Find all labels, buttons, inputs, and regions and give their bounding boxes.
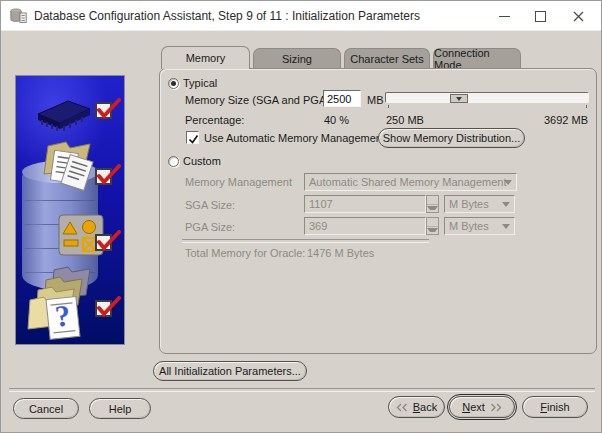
dropdown-value: Automatic Shared Memory Management [309,176,506,188]
show-memory-distribution-button[interactable]: Show Memory Distribution... [378,128,525,148]
finish-button[interactable]: Finish [522,396,588,418]
tab-sizing[interactable]: Sizing [253,48,341,69]
spinner-down-icon [427,206,438,210]
checkmark-icon [187,133,200,146]
button-label: Finish [540,401,569,413]
pga-size-label: PGA Size: [185,221,235,233]
field-value: 1107 [309,198,333,210]
button-label: Show Memory Distribution... [383,132,521,144]
tab-character-sets[interactable]: Character Sets [344,48,430,69]
pga-size-field: 369 [304,217,426,235]
window-title: Database Configuration Assistant, Step 9… [34,9,420,23]
chevron-down-icon [502,202,510,207]
typical-label: Typical [183,77,217,89]
sga-unit-dropdown: M Bytes [444,195,515,213]
slider-min-label: 250 MB [386,114,424,126]
spinner-down-icon [427,228,438,232]
chevron-down-icon [504,180,512,185]
next-button-default-ring: Next [447,394,517,420]
wizard-sidebar-graphic: ? [15,75,125,345]
memory-size-unit: MB [367,94,384,106]
use-amm-checkbox[interactable] [186,131,199,144]
sga-size-field: 1107 [304,195,426,213]
slider-max-label: 3692 MB [544,114,588,126]
button-label: Next [462,401,485,413]
use-amm-label: Use Automatic Memory Management [204,132,385,144]
button-label: Back [413,401,437,413]
cancel-button[interactable]: Cancel [13,398,79,419]
close-icon [573,11,584,22]
step-check-icon [95,296,121,318]
tab-label: Memory [186,52,226,64]
all-initialization-parameters-button[interactable]: All Initialization Parameters... [153,361,307,381]
memory-management-label: Memory Management [185,176,292,188]
footer-separator [9,388,595,392]
maximize-button[interactable] [523,1,557,31]
custom-radio[interactable] [168,156,179,167]
total-memory-label: Total Memory for Oracle: [185,247,305,259]
tab-connection-mode[interactable]: Connection Mode [433,48,521,69]
field-value: 369 [309,220,327,232]
button-label: Help [109,403,132,415]
tab-label: Sizing [282,53,312,65]
folders-question-icon: ? [24,260,106,342]
dropdown-value: M Bytes [449,220,489,232]
dbca-window: Database Configuration Assistant, Step 9… [0,0,602,433]
total-divider [182,239,429,243]
back-chevrons-icon [396,403,408,412]
memory-chip-icon [30,94,96,136]
slider-tick [388,105,389,108]
next-button[interactable]: Next [449,396,515,418]
memory-tab-panel: Typical Memory Size (SGA and PGA): MB Pe… [159,68,597,354]
step-check-icon [95,164,121,186]
next-chevrons-icon [490,403,502,412]
memory-size-input[interactable] [323,90,361,107]
percentage-value: 40 % [324,114,349,126]
memory-management-dropdown: Automatic Shared Memory Management [304,173,517,191]
sga-size-label: SGA Size: [185,199,235,211]
slider-tick [586,105,587,108]
maximize-icon [535,11,546,22]
slider-thumb-arrow-icon [456,97,462,101]
memory-slider-thumb[interactable] [450,94,468,103]
back-button[interactable]: Back [388,396,445,418]
sga-size-spinner [426,195,439,213]
app-icon [10,8,27,24]
minimize-icon [499,16,510,17]
custom-label: Custom [183,155,221,167]
dropdown-value: M Bytes [449,198,489,210]
memory-size-label: Memory Size (SGA and PGA): [185,94,333,106]
step-check-icon [95,98,121,120]
percentage-label: Percentage: [185,114,244,126]
pga-unit-dropdown: M Bytes [444,217,515,235]
chevron-down-icon [502,224,510,229]
total-memory-value: 1476 M Bytes [307,247,374,259]
title-bar: Database Configuration Assistant, Step 9… [1,1,601,31]
tab-memory[interactable]: Memory [161,46,250,69]
memory-slider-track[interactable] [385,92,589,103]
typical-radio[interactable] [168,78,179,89]
close-button[interactable] [561,1,595,31]
step-check-icon [95,230,121,252]
button-label: All Initialization Parameters... [159,365,301,377]
tab-label: Character Sets [350,53,423,65]
button-label: Cancel [29,403,63,415]
minimize-button[interactable] [487,1,521,31]
pga-size-spinner [426,217,439,235]
help-button[interactable]: Help [89,398,151,419]
